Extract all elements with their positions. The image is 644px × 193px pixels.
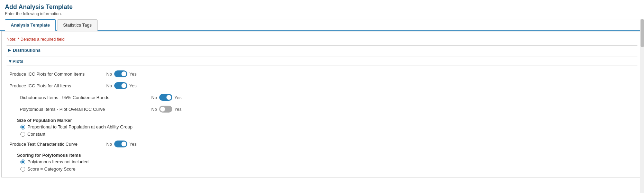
tcc-slider <box>114 141 127 147</box>
scrollbar-thumb[interactable] <box>641 19 644 47</box>
icc-common-toggle[interactable] <box>114 70 127 77</box>
icc-all-row: Produce ICC Plots for All Items No Yes <box>7 80 637 91</box>
plots-header[interactable]: ▼ Plots <box>7 57 637 66</box>
plots-section: ▼ Plots Produce ICC Plots for Common Ite… <box>7 57 637 172</box>
icc-all-label: Produce ICC Plots for All Items <box>9 83 106 88</box>
radio-constant-input[interactable] <box>20 132 25 137</box>
tabs-container: Analysis Template Statistics Tags <box>0 19 644 31</box>
icc-common-no-label: No <box>106 71 112 77</box>
icc-common-slider <box>114 70 127 77</box>
distributions-header[interactable]: ▶ Distributions <box>7 45 637 55</box>
distributions-section: ▶ Distributions <box>7 45 637 55</box>
polytomous-overall-slider <box>159 106 172 113</box>
icc-common-label: Produce ICC Plots for Common Items <box>9 71 106 77</box>
scrollbar-track[interactable] <box>640 19 644 193</box>
population-marker-section: Size of Population Marker Proportional t… <box>7 116 637 137</box>
distributions-chevron: ▶ <box>8 48 11 52</box>
tab-analysis-template[interactable]: Analysis Template <box>5 19 56 31</box>
radio-proportional[interactable]: Proportional to Total Population at each… <box>20 124 637 129</box>
icc-all-yes-label: Yes <box>129 83 137 88</box>
radio-not-included-label: Polytomous Items not included <box>27 159 89 164</box>
content-area: Note: * Denotes a required field ▶ Distr… <box>1 31 643 177</box>
tcc-no-label: No <box>106 142 112 147</box>
tcc-row: Produce Test Characteristic Curve No Yes <box>7 139 637 149</box>
dichotomous-confidence-no-label: No <box>151 95 157 100</box>
tab-statistics-tags[interactable]: Statistics Tags <box>57 19 98 31</box>
plots-chevron: ▼ <box>8 59 12 64</box>
radio-not-included-input[interactable] <box>20 160 25 164</box>
icc-common-yes-label: Yes <box>129 71 137 77</box>
plots-label: Plots <box>12 59 24 64</box>
icc-common-toggle-group: No Yes <box>106 70 137 77</box>
polytomous-overall-label: Polytomous Items - Plot Overall ICC Curv… <box>20 107 151 112</box>
page-subtitle: Enter the following information. <box>5 11 639 16</box>
radio-proportional-label: Proportional to Total Population at each… <box>27 124 133 129</box>
population-marker-radio-group: Proportional to Total Population at each… <box>7 124 637 137</box>
icc-all-toggle[interactable] <box>114 82 127 89</box>
scoring-polytomous-title: Scoring for Polytomous Items <box>7 151 637 159</box>
polytomous-overall-toggle-group: No Yes <box>151 106 182 113</box>
dichotomous-confidence-yes-label: Yes <box>174 95 182 100</box>
page-header: Add Analysis Template Enter the followin… <box>0 0 644 19</box>
tcc-toggle-group: No Yes <box>106 141 137 147</box>
note-text: Denotes a required field <box>19 37 65 42</box>
radio-category-score-label: Score = Category Score <box>27 166 75 172</box>
distributions-label: Distributions <box>13 48 40 53</box>
polytomous-overall-no-label: No <box>151 107 157 112</box>
population-marker-title: Size of Population Marker <box>7 116 637 124</box>
dichotomous-confidence-toggle[interactable] <box>159 94 172 101</box>
icc-all-toggle-group: No Yes <box>106 82 137 89</box>
tcc-yes-label: Yes <box>129 142 137 147</box>
page-title: Add Analysis Template <box>5 3 639 11</box>
dichotomous-confidence-row: Dichotomous Items - 95% Confidence Bands… <box>7 92 637 103</box>
icc-all-slider <box>114 82 127 89</box>
radio-constant-label: Constant <box>27 132 45 137</box>
scoring-polytomous-radio-group: Polytomous Items not included Score = Ca… <box>7 159 637 172</box>
icc-common-row: Produce ICC Plots for Common Items No Ye… <box>7 69 637 79</box>
icc-all-no-label: No <box>106 83 112 88</box>
radio-category-score[interactable]: Score = Category Score <box>20 166 637 172</box>
radio-proportional-input[interactable] <box>20 125 25 129</box>
scoring-polytomous-section: Scoring for Polytomous Items Polytomous … <box>7 151 637 172</box>
radio-not-included[interactable]: Polytomous Items not included <box>20 159 637 164</box>
page-container: Add Analysis Template Enter the followin… <box>0 0 644 193</box>
note-bar: Note: * Denotes a required field <box>7 35 637 45</box>
dichotomous-confidence-slider <box>159 94 172 101</box>
tcc-toggle[interactable] <box>114 141 127 147</box>
note-prefix: Note: <box>7 37 18 42</box>
radio-category-score-input[interactable] <box>20 167 25 172</box>
dichotomous-confidence-label: Dichotomous Items - 95% Confidence Bands <box>20 95 151 100</box>
polytomous-overall-toggle[interactable] <box>159 106 172 113</box>
tcc-label: Produce Test Characteristic Curve <box>9 142 106 147</box>
dichotomous-confidence-toggle-group: No Yes <box>151 94 182 101</box>
polytomous-overall-row: Polytomous Items - Plot Overall ICC Curv… <box>7 104 637 114</box>
polytomous-overall-yes-label: Yes <box>174 107 182 112</box>
radio-constant[interactable]: Constant <box>20 132 637 137</box>
